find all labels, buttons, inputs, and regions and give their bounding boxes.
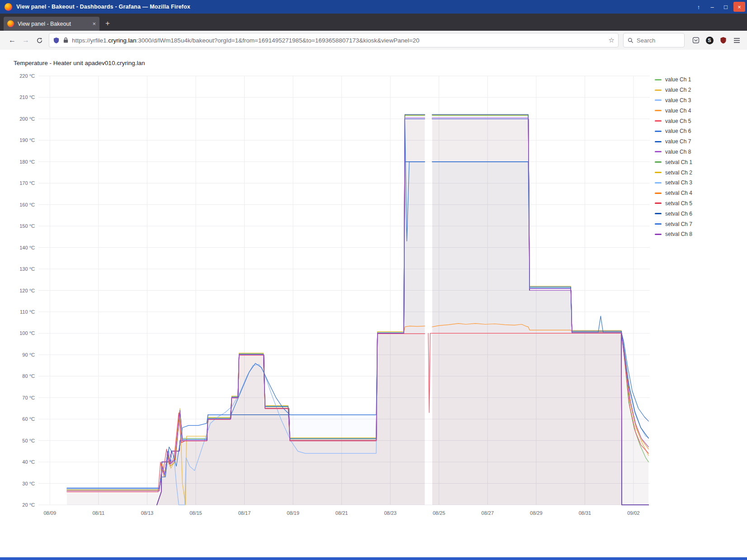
svg-text:08/31: 08/31 — [579, 510, 591, 516]
tab-close-icon[interactable]: × — [92, 20, 96, 27]
firefox-logo-icon — [5, 3, 12, 11]
legend-item-value-ch-8[interactable]: value Ch 8 — [655, 147, 709, 157]
svg-text:08/17: 08/17 — [238, 510, 251, 516]
legend-item-setval-ch-4[interactable]: setval Ch 4 — [655, 188, 709, 198]
legend-swatch — [655, 223, 662, 225]
browser-tab-active[interactable]: View panel - Bakeout × — [4, 17, 99, 31]
window-raise-icon[interactable]: ↑ — [693, 2, 704, 12]
legend-swatch — [655, 131, 662, 132]
legend-item-setval-ch-2[interactable]: setval Ch 2 — [655, 167, 709, 178]
connection-lock-icon[interactable] — [63, 37, 69, 43]
url-path: :3000/d/lWm185u4k/bakeout?orgId=1&from=1… — [137, 37, 420, 44]
svg-text:20 °C: 20 °C — [22, 502, 35, 508]
forward-button[interactable]: → — [19, 33, 33, 47]
tab-favicon-icon — [7, 20, 14, 27]
legend-item-value-ch-5[interactable]: value Ch 5 — [655, 116, 709, 126]
legend-swatch — [655, 99, 662, 101]
svg-text:120 °C: 120 °C — [19, 288, 35, 293]
svg-text:210 °C: 210 °C — [19, 94, 35, 100]
search-icon — [628, 38, 634, 43]
legend-item-value-ch-3[interactable]: value Ch 3 — [655, 95, 709, 106]
extension-s-icon[interactable]: S — [703, 33, 716, 47]
legend-label: value Ch 2 — [665, 87, 691, 93]
svg-text:160 °C: 160 °C — [19, 202, 35, 207]
legend-swatch — [655, 213, 662, 214]
svg-text:08/29: 08/29 — [530, 510, 543, 516]
svg-text:08/25: 08/25 — [433, 510, 445, 516]
svg-text:30 °C: 30 °C — [22, 481, 35, 486]
svg-text:08/21: 08/21 — [336, 510, 348, 516]
tracking-protection-shield-icon[interactable] — [53, 37, 60, 44]
legend-label: value Ch 5 — [665, 118, 691, 124]
legend-label: value Ch 7 — [665, 138, 691, 145]
menu-icon[interactable] — [730, 33, 743, 47]
svg-text:09/02: 09/02 — [627, 510, 640, 516]
legend-label: setval Ch 8 — [665, 231, 692, 237]
chart-legend: value Ch 1value Ch 2value Ch 3value Ch 4… — [655, 75, 709, 240]
legend-label: value Ch 1 — [665, 76, 691, 83]
legend-item-value-ch-4[interactable]: value Ch 4 — [655, 105, 709, 116]
svg-text:190 °C: 190 °C — [19, 137, 35, 143]
legend-swatch — [655, 234, 662, 235]
ublock-shield-icon[interactable] — [716, 33, 730, 47]
svg-text:130 °C: 130 °C — [19, 266, 35, 272]
url-bar[interactable]: https://yrfile1.cryring.lan:3000/d/lWm18… — [49, 33, 619, 47]
url-domain: cryring.lan — [108, 37, 136, 44]
svg-text:08/09: 08/09 — [44, 510, 57, 516]
legend-item-setval-ch-5[interactable]: setval Ch 5 — [655, 198, 709, 209]
temperature-chart[interactable]: 20 °C30 °C40 °C50 °C60 °C70 °C80 °C90 °C… — [0, 50, 747, 557]
legend-label: value Ch 4 — [665, 108, 691, 114]
svg-text:170 °C: 170 °C — [19, 180, 35, 186]
reload-button[interactable] — [33, 33, 46, 47]
svg-text:180 °C: 180 °C — [19, 159, 35, 165]
back-button[interactable]: ← — [5, 33, 19, 47]
legend-swatch — [655, 141, 662, 142]
legend-label: value Ch 8 — [665, 149, 691, 155]
svg-text:70 °C: 70 °C — [22, 395, 35, 400]
svg-text:50 °C: 50 °C — [22, 438, 35, 443]
legend-item-setval-ch-8[interactable]: setval Ch 8 — [655, 229, 709, 240]
window-bottom-border — [0, 557, 747, 560]
legend-label: value Ch 3 — [665, 97, 691, 104]
legend-item-value-ch-7[interactable]: value Ch 7 — [655, 136, 709, 147]
legend-label: setval Ch 3 — [665, 179, 692, 186]
pocket-icon[interactable] — [689, 33, 703, 47]
bookmark-star-icon[interactable]: ☆ — [609, 36, 615, 44]
window-maximize-icon[interactable]: □ — [720, 2, 732, 12]
window-minimize-icon[interactable]: – — [706, 2, 718, 12]
legend-swatch — [655, 161, 662, 163]
legend-item-setval-ch-1[interactable]: setval Ch 1 — [655, 157, 709, 167]
legend-label: value Ch 6 — [665, 128, 691, 134]
legend-swatch — [655, 202, 662, 204]
navigation-bar: ← → https://yrfile1.cryring.lan:3000/d/l… — [0, 31, 747, 50]
search-box[interactable]: Search — [623, 33, 685, 47]
legend-label: setval Ch 1 — [665, 159, 692, 165]
svg-text:110 °C: 110 °C — [20, 309, 35, 315]
legend-swatch — [655, 151, 662, 152]
legend-item-value-ch-6[interactable]: value Ch 6 — [655, 126, 709, 136]
tab-bar: View panel - Bakeout × + — [0, 14, 747, 31]
legend-item-setval-ch-7[interactable]: setval Ch 7 — [655, 219, 709, 229]
svg-text:200 °C: 200 °C — [19, 116, 35, 122]
legend-label: setval Ch 7 — [665, 221, 692, 227]
new-tab-button[interactable]: + — [101, 17, 114, 30]
window-controls: ↑ – □ × — [693, 0, 747, 14]
legend-item-value-ch-1[interactable]: value Ch 1 — [655, 75, 709, 85]
legend-item-setval-ch-6[interactable]: setval Ch 6 — [655, 208, 709, 219]
window-titlebar: View panel - Bakeout - Dashboards - Graf… — [0, 0, 747, 14]
legend-swatch — [655, 89, 662, 91]
svg-text:220 °C: 220 °C — [19, 73, 35, 79]
window-title: View panel - Bakeout - Dashboards - Graf… — [16, 4, 190, 10]
grafana-panel: Temperature - Heater unit apadev010.cryr… — [0, 50, 747, 557]
svg-text:08/15: 08/15 — [189, 510, 202, 516]
svg-text:140 °C: 140 °C — [19, 245, 35, 250]
svg-text:08/27: 08/27 — [482, 510, 494, 516]
legend-label: setval Ch 4 — [665, 190, 692, 196]
legend-label: setval Ch 6 — [665, 211, 692, 217]
legend-item-value-ch-2[interactable]: value Ch 2 — [655, 85, 709, 95]
legend-item-setval-ch-3[interactable]: setval Ch 3 — [655, 178, 709, 188]
window-close-icon[interactable]: × — [733, 2, 745, 12]
toolbar-icons: S — [689, 33, 743, 47]
url-prefix: https://yrfile1. — [72, 37, 108, 44]
svg-text:60 °C: 60 °C — [22, 416, 35, 422]
